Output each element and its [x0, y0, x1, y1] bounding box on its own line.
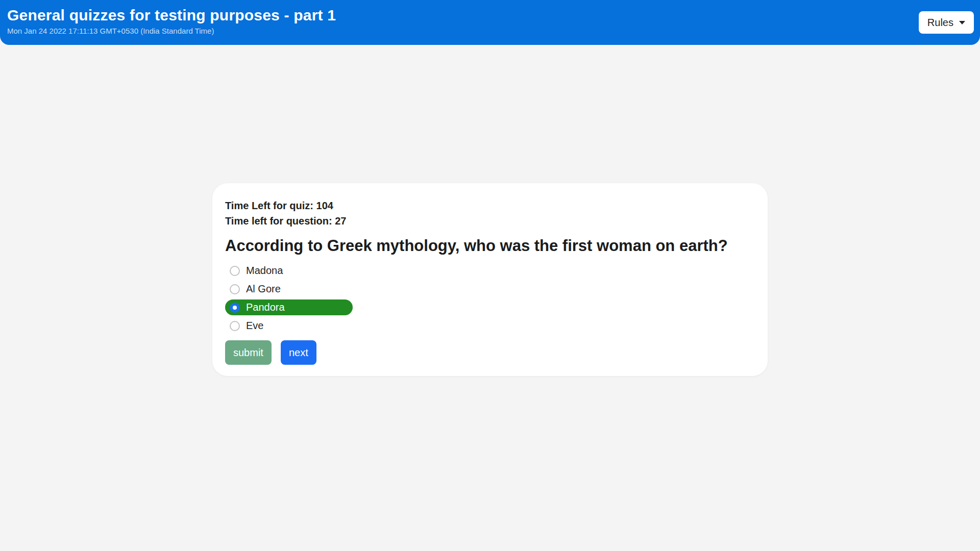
radio-button[interactable] — [230, 284, 240, 294]
next-button[interactable]: next — [281, 340, 316, 365]
caret-down-icon — [959, 21, 965, 24]
quiz-timer: Time Left for quiz: 104 — [225, 198, 755, 213]
button-row: submit next — [225, 340, 755, 365]
option-label: Eve — [246, 320, 263, 332]
question-timer: Time left for question: 27 — [225, 213, 755, 229]
page-title: General quizzes for testing purposes - p… — [7, 6, 972, 25]
rules-dropdown-button[interactable]: Rules — [919, 11, 974, 34]
radio-button[interactable] — [230, 266, 240, 276]
rules-button-label: Rules — [927, 17, 953, 29]
option-label: Al Gore — [246, 283, 281, 295]
quiz-option[interactable]: Madona — [225, 263, 353, 279]
quiz-card: Time Left for quiz: 104 Time left for qu… — [212, 183, 768, 376]
quiz-option[interactable]: Pandora — [225, 299, 353, 315]
quiz-option[interactable]: Al Gore — [225, 281, 353, 297]
option-label: Pandora — [246, 302, 285, 313]
quiz-option[interactable]: Eve — [225, 318, 353, 334]
question-text: According to Greek mythology, who was th… — [225, 236, 755, 256]
options-list: Madona Al Gore Pandora Eve — [225, 263, 755, 334]
radio-button[interactable] — [230, 303, 240, 313]
submit-button[interactable]: submit — [225, 340, 272, 365]
radio-button[interactable] — [230, 321, 240, 331]
header-datetime: Mon Jan 24 2022 17:11:13 GMT+0530 (India… — [7, 27, 972, 35]
app-header: General quizzes for testing purposes - p… — [0, 0, 980, 45]
option-label: Madona — [246, 265, 283, 277]
